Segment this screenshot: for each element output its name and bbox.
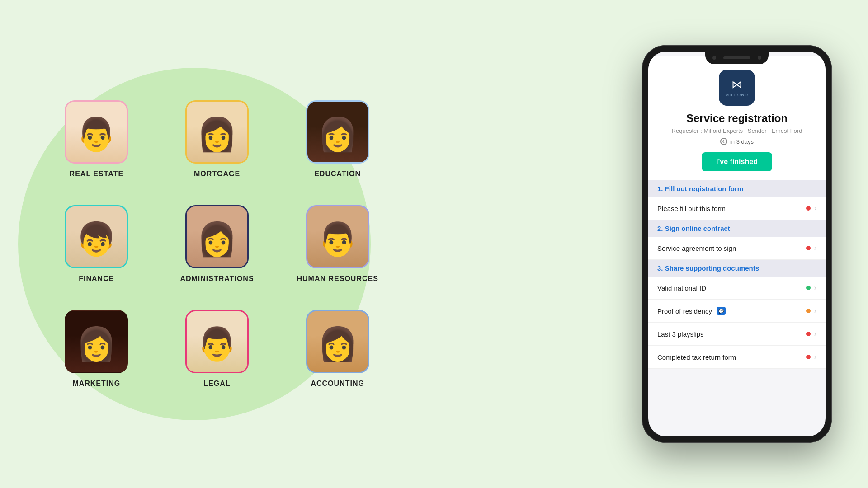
app-subtitle: Requester : Milford Experts | Sender : E…: [672, 127, 802, 134]
person-label-marketing: MARKETING: [72, 380, 120, 388]
person-accounting: 👩 ACCOUNTING: [306, 310, 369, 388]
chevron-form: ›: [814, 204, 816, 212]
item-left-residency: Proof of residency 💬: [657, 307, 726, 315]
chevron-contract: ›: [814, 244, 816, 252]
notch-dot-left: [712, 56, 716, 60]
section-item-national-id[interactable]: Valid national ID ›: [648, 277, 826, 300]
section-item-form[interactable]: Please fill out this form ›: [648, 197, 826, 220]
finish-button[interactable]: I've finished: [702, 152, 772, 171]
avatar-administrations: 👩: [185, 205, 249, 268]
avatar-accounting: 👩: [306, 310, 369, 373]
item-label-form: Please fill out this form: [657, 205, 726, 212]
avatar-marketing: 👩: [65, 310, 128, 373]
section-item-tax[interactable]: Completed tax return form ›: [648, 346, 826, 369]
logo-icon: ⋈: [731, 78, 742, 91]
phone-section: ⋈ MILFORD Service registration Requester…: [642, 45, 832, 443]
person-label-education: EDUCATION: [314, 170, 361, 178]
person-label-administrations: ADMINISTRATIONS: [180, 275, 254, 283]
item-label-tax: Completed tax return form: [657, 353, 736, 361]
dot-national-id: [806, 286, 811, 290]
avatar-human-resources: 👨: [306, 205, 369, 268]
app-title: Service registration: [686, 112, 788, 125]
dot-payslips: [806, 332, 811, 336]
person-label-finance: FINANCE: [79, 275, 114, 283]
person-label-legal: LEGAL: [203, 380, 230, 388]
logo-text: MILFORD: [726, 93, 749, 97]
app-logo: ⋈ MILFORD: [719, 70, 755, 106]
chat-icon: 💬: [718, 309, 724, 314]
section-header-3: 3. Share supporting documents: [648, 260, 826, 277]
phone-notch: [705, 52, 769, 64]
item-left-contract: Service agreement to sign: [657, 244, 736, 252]
section-item-contract[interactable]: Service agreement to sign ›: [648, 237, 826, 260]
notch-dot-right: [758, 56, 761, 60]
avatar-finance: 👦: [65, 205, 128, 268]
dot-tax: [806, 355, 811, 359]
item-label-national-id: Valid national ID: [657, 284, 706, 292]
person-real-estate: 👨 REAL ESTATE: [65, 100, 128, 178]
chevron-payslips: ›: [814, 330, 816, 338]
person-education: 👩 EDUCATION: [306, 100, 369, 178]
people-grid: 👨 REAL ESTATE 👩 MORTGAGE 👩 EDUCATION 👦 F…: [45, 100, 389, 388]
section-header-2: 2. Sign online contract: [648, 220, 826, 237]
avatar-education: 👩: [306, 100, 369, 164]
due-text: in 3 days: [730, 138, 754, 145]
person-legal: 👨 LEGAL: [185, 310, 249, 388]
person-finance: 👦 FINANCE: [65, 205, 128, 283]
section-item-payslips[interactable]: Last 3 playslips ›: [648, 323, 826, 346]
phone-device: ⋈ MILFORD Service registration Requester…: [642, 45, 832, 443]
item-left-form: Please fill out this form: [657, 205, 726, 212]
person-mortgage: 👩 MORTGAGE: [185, 100, 249, 178]
person-label-human-resources: HUMAN RESOURCES: [297, 275, 378, 283]
clock-icon: ⏱: [720, 138, 727, 145]
notch-bar: [723, 56, 750, 59]
person-label-mortgage: MORTGAGE: [194, 170, 240, 178]
phone-screen: ⋈ MILFORD Service registration Requester…: [648, 52, 826, 436]
item-left-payslips: Last 3 playslips: [657, 330, 704, 338]
avatar-legal: 👨: [185, 310, 249, 373]
dot-residency: [806, 309, 811, 313]
app-due: ⏱ in 3 days: [720, 138, 754, 145]
phone-content: ⋈ MILFORD Service registration Requester…: [648, 52, 826, 436]
item-label-contract: Service agreement to sign: [657, 244, 736, 252]
item-label-payslips: Last 3 playslips: [657, 330, 704, 338]
person-label-real-estate: REAL ESTATE: [70, 170, 123, 178]
section-header-1: 1. Fill out registration form: [648, 180, 826, 197]
dot-contract: [806, 246, 811, 250]
app-header: ⋈ MILFORD Service registration Requester…: [648, 56, 826, 180]
item-label-residency: Proof of residency: [657, 307, 712, 315]
section-item-residency[interactable]: Proof of residency 💬 ›: [648, 300, 826, 323]
item-left-national-id: Valid national ID: [657, 284, 706, 292]
chevron-residency: ›: [814, 307, 816, 315]
chevron-national-id: ›: [814, 284, 816, 292]
item-left-tax: Completed tax return form: [657, 353, 736, 361]
avatar-real-estate: 👨: [65, 100, 128, 164]
dot-form: [806, 206, 811, 211]
chat-badge-residency: 💬: [717, 307, 726, 315]
person-administrations: 👩 ADMINISTRATIONS: [180, 205, 254, 283]
person-label-accounting: ACCOUNTING: [311, 380, 364, 388]
person-marketing: 👩 MARKETING: [65, 310, 128, 388]
people-section: 👨 REAL ESTATE 👩 MORTGAGE 👩 EDUCATION 👦 F…: [45, 100, 389, 388]
person-human-resources: 👨 HUMAN RESOURCES: [297, 205, 378, 283]
chevron-tax: ›: [814, 353, 816, 361]
avatar-mortgage: 👩: [185, 100, 249, 164]
